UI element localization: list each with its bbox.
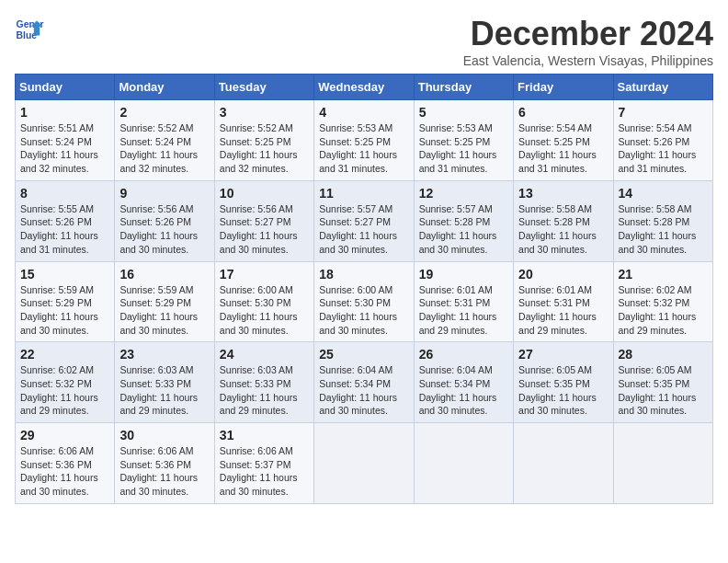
day-info: Sunrise: 6:02 AM Sunset: 5:32 PM Dayligh… (619, 284, 697, 336)
day-number: 1 (20, 105, 109, 120)
day-info: Sunrise: 5:54 AM Sunset: 5:26 PM Dayligh… (619, 122, 697, 174)
day-number: 17 (220, 267, 309, 282)
logo: General Blue (15, 15, 44, 44)
day-number: 10 (220, 186, 309, 201)
day-number: 25 (319, 347, 408, 362)
day-number: 4 (319, 105, 408, 120)
calendar-cell: 25 Sunrise: 6:04 AM Sunset: 5:34 PM Dayl… (314, 342, 414, 423)
calendar-cell: 23 Sunrise: 6:03 AM Sunset: 5:33 PM Dayl… (115, 342, 214, 423)
header-tuesday: Tuesday (214, 75, 313, 100)
day-info: Sunrise: 6:03 AM Sunset: 5:33 PM Dayligh… (220, 364, 298, 416)
header-thursday: Thursday (414, 75, 513, 100)
calendar-cell: 8 Sunrise: 5:55 AM Sunset: 5:26 PM Dayli… (16, 180, 115, 261)
calendar-cell: 29 Sunrise: 6:06 AM Sunset: 5:36 PM Dayl… (16, 423, 115, 504)
calendar-cell: 12 Sunrise: 5:57 AM Sunset: 5:28 PM Dayl… (414, 180, 513, 261)
calendar-cell: 1 Sunrise: 5:51 AM Sunset: 5:24 PM Dayli… (16, 100, 115, 181)
calendar-cell: 21 Sunrise: 6:02 AM Sunset: 5:32 PM Dayl… (613, 261, 712, 342)
calendar-cell: 24 Sunrise: 6:03 AM Sunset: 5:33 PM Dayl… (214, 342, 313, 423)
day-number: 24 (220, 347, 309, 362)
calendar-cell: 27 Sunrise: 6:05 AM Sunset: 5:35 PM Dayl… (514, 342, 613, 423)
day-info: Sunrise: 5:57 AM Sunset: 5:28 PM Dayligh… (419, 203, 497, 255)
calendar-week-row: 22 Sunrise: 6:02 AM Sunset: 5:32 PM Dayl… (16, 342, 713, 423)
day-info: Sunrise: 5:59 AM Sunset: 5:29 PM Dayligh… (20, 284, 98, 336)
calendar-cell (613, 423, 712, 504)
day-info: Sunrise: 6:00 AM Sunset: 5:30 PM Dayligh… (319, 284, 397, 336)
day-info: Sunrise: 6:04 AM Sunset: 5:34 PM Dayligh… (319, 364, 397, 416)
calendar-cell: 20 Sunrise: 6:01 AM Sunset: 5:31 PM Dayl… (514, 261, 613, 342)
calendar-cell: 7 Sunrise: 5:54 AM Sunset: 5:26 PM Dayli… (613, 100, 712, 181)
day-info: Sunrise: 5:57 AM Sunset: 5:27 PM Dayligh… (319, 203, 397, 255)
day-info: Sunrise: 5:51 AM Sunset: 5:24 PM Dayligh… (20, 122, 98, 174)
header-wednesday: Wednesday (314, 75, 414, 100)
day-info: Sunrise: 6:02 AM Sunset: 5:32 PM Dayligh… (20, 364, 98, 416)
day-info: Sunrise: 6:01 AM Sunset: 5:31 PM Dayligh… (419, 284, 497, 336)
day-info: Sunrise: 6:06 AM Sunset: 5:36 PM Dayligh… (119, 445, 198, 497)
day-number: 14 (619, 186, 708, 201)
calendar-cell: 17 Sunrise: 6:00 AM Sunset: 5:30 PM Dayl… (214, 261, 313, 342)
calendar-cell: 16 Sunrise: 5:59 AM Sunset: 5:29 PM Dayl… (115, 261, 214, 342)
logo-icon: General Blue (15, 15, 44, 44)
day-number: 13 (518, 186, 608, 201)
day-number: 16 (119, 267, 209, 282)
day-number: 21 (619, 267, 708, 282)
day-number: 19 (419, 267, 508, 282)
calendar-cell: 19 Sunrise: 6:01 AM Sunset: 5:31 PM Dayl… (414, 261, 513, 342)
calendar-cell: 13 Sunrise: 5:58 AM Sunset: 5:28 PM Dayl… (514, 180, 613, 261)
day-info: Sunrise: 5:52 AM Sunset: 5:25 PM Dayligh… (220, 122, 298, 174)
calendar-cell (414, 423, 513, 504)
calendar-cell: 9 Sunrise: 5:56 AM Sunset: 5:26 PM Dayli… (115, 180, 214, 261)
calendar-week-row: 15 Sunrise: 5:59 AM Sunset: 5:29 PM Dayl… (16, 261, 713, 342)
day-info: Sunrise: 6:03 AM Sunset: 5:33 PM Dayligh… (119, 364, 198, 416)
month-title: December 2024 (463, 15, 713, 53)
day-info: Sunrise: 5:56 AM Sunset: 5:27 PM Dayligh… (220, 203, 298, 255)
day-number: 6 (518, 105, 608, 120)
subtitle: East Valencia, Western Visayas, Philippi… (463, 53, 713, 68)
day-number: 12 (419, 186, 508, 201)
day-info: Sunrise: 5:53 AM Sunset: 5:25 PM Dayligh… (319, 122, 397, 174)
title-block: December 2024 East Valencia, Western Vis… (463, 15, 713, 68)
header-sunday: Sunday (16, 75, 115, 100)
day-info: Sunrise: 6:04 AM Sunset: 5:34 PM Dayligh… (419, 364, 497, 416)
day-number: 26 (419, 347, 508, 362)
header-saturday: Saturday (613, 75, 712, 100)
calendar-cell: 14 Sunrise: 5:58 AM Sunset: 5:28 PM Dayl… (613, 180, 712, 261)
day-number: 18 (319, 267, 408, 282)
calendar-week-row: 8 Sunrise: 5:55 AM Sunset: 5:26 PM Dayli… (16, 180, 713, 261)
calendar-cell: 2 Sunrise: 5:52 AM Sunset: 5:24 PM Dayli… (115, 100, 214, 181)
day-number: 27 (518, 347, 608, 362)
day-info: Sunrise: 5:58 AM Sunset: 5:28 PM Dayligh… (518, 203, 597, 255)
calendar-cell: 28 Sunrise: 6:05 AM Sunset: 5:35 PM Dayl… (613, 342, 712, 423)
calendar-cell: 5 Sunrise: 5:53 AM Sunset: 5:25 PM Dayli… (414, 100, 513, 181)
calendar-cell: 30 Sunrise: 6:06 AM Sunset: 5:36 PM Dayl… (115, 423, 214, 504)
header-monday: Monday (115, 75, 214, 100)
day-number: 3 (220, 105, 309, 120)
day-info: Sunrise: 5:53 AM Sunset: 5:25 PM Dayligh… (419, 122, 497, 174)
calendar-week-row: 1 Sunrise: 5:51 AM Sunset: 5:24 PM Dayli… (16, 100, 713, 181)
day-info: Sunrise: 5:58 AM Sunset: 5:28 PM Dayligh… (619, 203, 697, 255)
calendar-week-row: 29 Sunrise: 6:06 AM Sunset: 5:36 PM Dayl… (16, 423, 713, 504)
day-number: 29 (20, 428, 109, 442)
day-info: Sunrise: 6:06 AM Sunset: 5:36 PM Dayligh… (20, 445, 98, 497)
day-info: Sunrise: 6:05 AM Sunset: 5:35 PM Dayligh… (619, 364, 697, 416)
calendar-cell: 18 Sunrise: 6:00 AM Sunset: 5:30 PM Dayl… (314, 261, 414, 342)
calendar-cell: 22 Sunrise: 6:02 AM Sunset: 5:32 PM Dayl… (16, 342, 115, 423)
calendar-cell: 11 Sunrise: 5:57 AM Sunset: 5:27 PM Dayl… (314, 180, 414, 261)
day-info: Sunrise: 5:54 AM Sunset: 5:25 PM Dayligh… (518, 122, 597, 174)
calendar-cell: 31 Sunrise: 6:06 AM Sunset: 5:37 PM Dayl… (214, 423, 313, 504)
day-info: Sunrise: 6:06 AM Sunset: 5:37 PM Dayligh… (220, 445, 298, 497)
weekday-header-row: Sunday Monday Tuesday Wednesday Thursday… (16, 75, 713, 100)
calendar-cell: 4 Sunrise: 5:53 AM Sunset: 5:25 PM Dayli… (314, 100, 414, 181)
calendar-cell: 15 Sunrise: 5:59 AM Sunset: 5:29 PM Dayl… (16, 261, 115, 342)
calendar-cell: 26 Sunrise: 6:04 AM Sunset: 5:34 PM Dayl… (414, 342, 513, 423)
day-number: 28 (619, 347, 708, 362)
day-number: 15 (20, 267, 109, 282)
day-number: 11 (319, 186, 408, 201)
calendar-cell: 6 Sunrise: 5:54 AM Sunset: 5:25 PM Dayli… (514, 100, 613, 181)
day-info: Sunrise: 6:05 AM Sunset: 5:35 PM Dayligh… (518, 364, 597, 416)
day-number: 20 (518, 267, 608, 282)
day-info: Sunrise: 5:56 AM Sunset: 5:26 PM Dayligh… (119, 203, 198, 255)
day-info: Sunrise: 6:00 AM Sunset: 5:30 PM Dayligh… (220, 284, 298, 336)
day-info: Sunrise: 6:01 AM Sunset: 5:31 PM Dayligh… (518, 284, 597, 336)
day-number: 8 (20, 186, 109, 201)
day-info: Sunrise: 5:55 AM Sunset: 5:26 PM Dayligh… (20, 203, 98, 255)
